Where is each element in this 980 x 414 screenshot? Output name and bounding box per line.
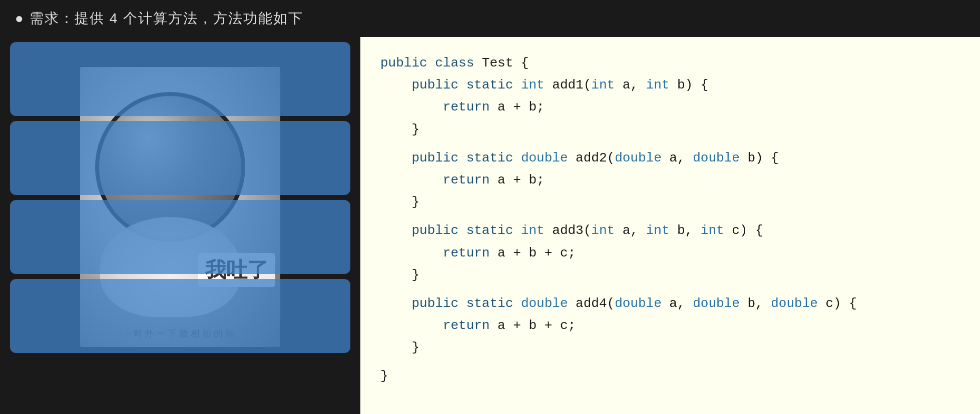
code-line-14: }	[380, 365, 960, 387]
blue-bar-4	[10, 279, 350, 353]
blue-bar-1	[10, 42, 350, 116]
image-container: 我吐了 ·· 对 外 一 下 致 相 知 的 你	[10, 42, 350, 382]
code-line-6: return a + b;	[380, 169, 960, 191]
blue-bar-2	[10, 121, 350, 195]
code-line-8: public static int add3(int a, int b, int…	[380, 220, 960, 242]
blue-bar-3	[10, 200, 350, 274]
header-text: 需求：提供 4 个计算方法，方法功能如下	[30, 9, 303, 28]
code-panel: public class Test { public static int ad…	[360, 37, 980, 414]
code-line-11: public static double add4(double a, doub…	[380, 292, 960, 314]
code-line-4: }	[380, 118, 960, 140]
code-empty-2	[380, 213, 960, 220]
code-line-9: return a + b + c;	[380, 242, 960, 264]
code-line-1: public class Test {	[380, 52, 960, 74]
code-empty-4	[380, 358, 960, 365]
code-line-3: return a + b;	[380, 96, 960, 118]
code-line-5: public static double add2(double a, doub…	[380, 147, 960, 169]
code-empty-3	[380, 286, 960, 292]
main-content: 我吐了 ·· 对 外 一 下 致 相 知 的 你 public class Te…	[0, 37, 980, 414]
left-panel: 我吐了 ·· 对 外 一 下 致 相 知 的 你	[0, 37, 360, 414]
code-line-12: return a + b + c;	[380, 314, 960, 336]
code-empty-1	[380, 140, 960, 147]
code-line-2: public static int add1(int a, int b) {	[380, 74, 960, 96]
bullet-icon: ●	[15, 10, 24, 26]
code-line-7: }	[380, 191, 960, 213]
top-bar: ● 需求：提供 4 个计算方法，方法功能如下	[0, 0, 980, 37]
code-line-13: }	[380, 336, 960, 358]
code-line-10: }	[380, 264, 960, 286]
